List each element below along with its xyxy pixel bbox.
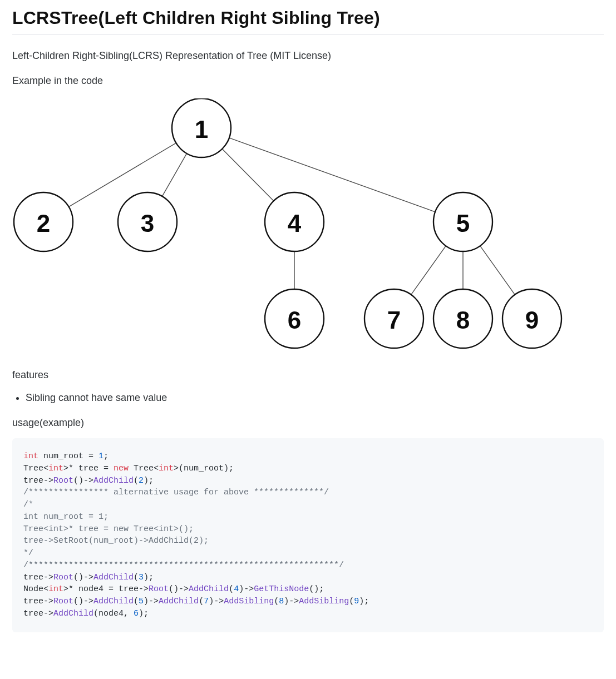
tree-svg: 123456789 (12, 98, 563, 351)
example-label: Example in the code (12, 73, 604, 88)
code-token: tree-> (23, 609, 53, 618)
code-token: ( (134, 573, 139, 582)
code-token: ( (134, 597, 139, 606)
code-token: AddSibling (299, 597, 349, 606)
code-token: ; (104, 452, 109, 461)
tree-node-label: 5 (456, 210, 470, 237)
code-token: Root (53, 476, 73, 485)
code-token: 6 (134, 609, 139, 618)
tree-node: 3 (118, 192, 177, 251)
page-title: LCRSTree(Left Children Right Sibling Tre… (12, 4, 604, 31)
code-token: ( (199, 597, 204, 606)
code-token: /***************************************… (23, 561, 344, 570)
code-token: 7 (204, 597, 209, 606)
tree-edge (480, 246, 515, 295)
features-label: features (12, 368, 604, 383)
code-token: >* node4 = tree-> (63, 584, 149, 594)
tree-diagram: 123456789 (12, 98, 604, 351)
code-token: >(num_root); (174, 464, 234, 473)
code-token: GetThisNode (254, 584, 309, 594)
code-token: (); (309, 584, 324, 594)
code-token: AddChild (159, 597, 199, 606)
readme-document: LCRSTree(Left Children Right Sibling Tre… (0, 0, 616, 666)
code-token: AddChild (53, 609, 93, 618)
tree-node-label: 2 (37, 210, 50, 237)
code-token: Tree<int>* tree = new Tree<int>(); (23, 524, 194, 534)
tree-node-label: 8 (456, 306, 470, 334)
tree-edge (411, 246, 446, 295)
code-token: tree-> (23, 597, 53, 606)
code-token: int (23, 452, 38, 461)
code-token: Tree< (23, 464, 48, 473)
code-token: ( (274, 597, 279, 606)
code-token: ( (349, 597, 354, 606)
tree-node: 2 (14, 192, 73, 251)
tree-node: 8 (433, 289, 492, 348)
tree-node: 5 (433, 192, 492, 251)
code-token: 4 (234, 584, 239, 594)
title-divider (12, 34, 604, 35)
code-token: int (159, 464, 174, 473)
code-token: Root (149, 584, 169, 594)
tree-node-label: 3 (141, 210, 154, 237)
code-token: AddChild (189, 584, 229, 594)
code-block: int num_root = 1; Tree<int>* tree = new … (12, 438, 604, 632)
code-token: Root (53, 573, 73, 582)
code-token: ()-> (73, 573, 93, 582)
tree-node-label: 4 (288, 210, 302, 237)
code-token: ()-> (73, 476, 93, 485)
code-token: int num_root = 1; (23, 512, 109, 522)
code-token: AddChild (93, 476, 134, 485)
code-token: */ (23, 548, 33, 558)
code-token: tree-> (23, 476, 53, 485)
code-token: )-> (284, 597, 299, 606)
tree-edge (222, 149, 273, 201)
feature-text: Sibling cannot have same value (26, 392, 167, 403)
tree-node: 7 (364, 289, 423, 348)
code-token: int (48, 584, 63, 594)
tree-node: 1 (172, 98, 231, 157)
code-token: )-> (239, 584, 254, 594)
code-token: new (114, 464, 129, 473)
code-token: AddChild (93, 597, 134, 606)
code-token: >* tree = (63, 464, 114, 473)
list-item: Sibling cannot have same value (26, 390, 604, 405)
code-token: )-> (144, 597, 159, 606)
code-token: 3 (139, 573, 144, 582)
tree-node-label: 1 (195, 116, 208, 143)
code-token: Node< (23, 584, 48, 594)
tree-node: 6 (265, 289, 324, 348)
code-token: )-> (209, 597, 224, 606)
code-token: /* (23, 500, 33, 509)
code-token: ); (144, 476, 154, 485)
code-token: (node4, (93, 609, 134, 618)
code-token: num_root = (38, 452, 98, 461)
code-token: ); (139, 609, 149, 618)
usage-label: usage(example) (12, 415, 604, 430)
code-token: ()-> (169, 584, 189, 594)
tree-node-label: 9 (525, 306, 539, 334)
code-token: 2 (139, 476, 144, 485)
code-token: 1 (98, 452, 104, 461)
code-token: Root (53, 597, 73, 606)
code-token: tree->SetRoot(num_root)->AddChild(2); (23, 536, 209, 546)
code-token: int (48, 464, 63, 473)
code-token: ); (359, 597, 369, 606)
lead-paragraph: Left-Children Right-Sibling(LCRS) Repres… (12, 48, 604, 63)
code-token: AddChild (93, 573, 134, 582)
code-token: 5 (139, 597, 144, 606)
tree-node: 9 (502, 289, 561, 348)
code-token: ); (144, 573, 154, 582)
code-token: ( (229, 584, 234, 594)
code-token: ( (134, 476, 139, 485)
tree-node: 4 (265, 192, 324, 251)
features-list: Sibling cannot have same value (26, 390, 604, 405)
code-token: tree-> (23, 573, 53, 582)
tree-edge (162, 153, 186, 196)
code-token: Tree< (129, 464, 159, 473)
code-token: 9 (354, 597, 359, 606)
tree-node-label: 6 (288, 306, 301, 334)
code-token: AddSibling (224, 597, 274, 606)
tree-node-label: 7 (387, 306, 401, 334)
tree-edge (229, 138, 435, 212)
